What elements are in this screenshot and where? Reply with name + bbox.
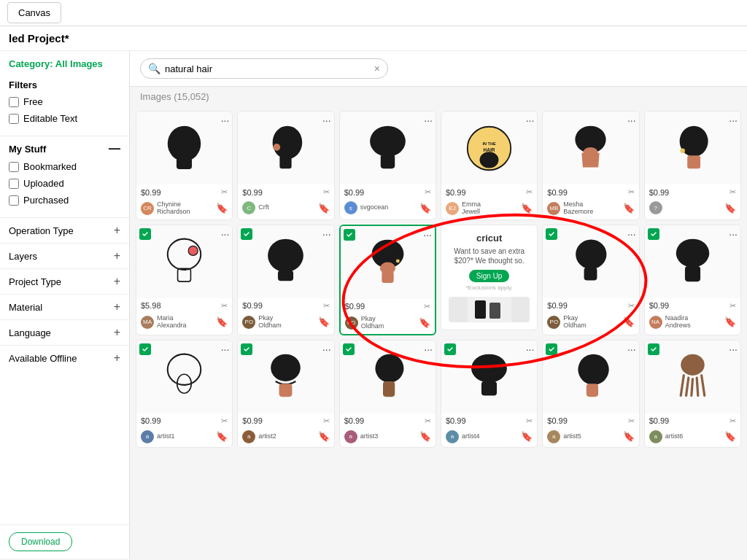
image-card[interactable]: ··· $0.99 ✂ MB MeshaBazemore 🔖 [542, 111, 639, 220]
image-card[interactable]: ··· $0.99 ✂ CR ChynineRichardson 🔖 [136, 111, 233, 220]
card-menu-dots[interactable]: ··· [627, 114, 636, 126]
bookmark-icon[interactable]: 🔖 [419, 431, 431, 442]
search-clear-button[interactable]: × [374, 63, 380, 74]
image-card[interactable]: ··· $5.98 ✂ MA MariaAlexandra 🔖 [136, 225, 233, 335]
card-menu-dots[interactable]: ··· [526, 343, 535, 355]
card-menu-dots[interactable]: ··· [221, 228, 230, 240]
image-card[interactable]: ··· $0.99 ✂ a artist4 🔖 [441, 340, 538, 448]
bookmark-icon[interactable]: 🔖 [724, 203, 736, 214]
bookmark-icon[interactable]: 🔖 [724, 316, 736, 327]
mystuff-collapse-icon[interactable]: — [109, 142, 120, 155]
purchased-checkbox[interactable] [9, 195, 19, 206]
image-card[interactable]: ··· $0.99 ✂ PO PkayOldham 🔖 [339, 225, 436, 335]
material-row[interactable]: Material + [0, 294, 129, 319]
card-author: s svgocean [344, 201, 389, 214]
operation-type-row[interactable]: Operation Type + [0, 217, 129, 243]
bookmark-icon[interactable]: 🔖 [521, 203, 533, 214]
bookmark-icon[interactable]: 🔖 [318, 316, 330, 327]
card-menu-dots[interactable]: ··· [627, 228, 636, 240]
canvas-tab[interactable]: Canvas [7, 2, 61, 23]
card-menu-dots[interactable]: ··· [423, 229, 432, 241]
editable-text-checkbox[interactable] [9, 114, 19, 124]
image-card[interactable]: ··· $0.99 ✂ a artist3 🔖 [339, 340, 436, 448]
language-expand-icon: + [114, 326, 120, 339]
image-card[interactable]: ··· $0.99 ✂ a artist2 🔖 [237, 340, 334, 448]
card-art [362, 351, 413, 402]
scissors-icon: ✂ [729, 187, 736, 197]
image-card[interactable]: ··· $0.99 ✂ PO PkayOldham 🔖 [237, 225, 334, 335]
card-author-row: s svgocean 🔖 [340, 200, 436, 218]
card-menu-dots[interactable]: ··· [627, 343, 636, 355]
filter-uploaded[interactable]: Uploaded [9, 178, 120, 189]
material-expand-icon: + [114, 300, 120, 314]
image-card[interactable]: ··· $0.99 ✂ s svgocean 🔖 [339, 111, 436, 220]
results-count: (15,052) [174, 91, 209, 102]
filter-bookmarked[interactable]: Bookmarked [9, 161, 120, 172]
scissors-icon: ✂ [221, 416, 228, 426]
card-author: MB MeshaBazemore [547, 201, 593, 216]
search-input[interactable] [165, 63, 374, 74]
filter-editable-text[interactable]: Editable Text [9, 113, 120, 124]
image-card[interactable]: ··· $0.99 ✂ a artist6 🔖 [644, 340, 741, 448]
card-menu-dots[interactable]: ··· [729, 114, 738, 126]
ad-signup-button[interactable]: Sign Up [469, 270, 510, 282]
card-price-row: $0.99 ✂ [136, 413, 232, 429]
card-art [362, 122, 413, 174]
image-card[interactable]: ··· $0.99 ✂ NA NaadiraAndrews 🔖 [644, 225, 741, 335]
bookmark-icon[interactable]: 🔖 [521, 431, 533, 442]
bookmark-icon[interactable]: 🔖 [318, 431, 330, 442]
language-row[interactable]: Language + [0, 319, 129, 345]
project-type-row[interactable]: Project Type + [0, 268, 129, 294]
scissors-icon: ✂ [526, 416, 533, 426]
card-menu-dots[interactable]: ··· [221, 343, 230, 355]
uploaded-checkbox[interactable] [9, 179, 19, 189]
card-art [565, 122, 616, 174]
bookmark-icon[interactable]: 🔖 [216, 431, 228, 442]
bookmark-icon[interactable]: 🔖 [419, 203, 431, 214]
card-menu-dots[interactable]: ··· [424, 114, 433, 126]
card-menu-dots[interactable]: ··· [424, 343, 433, 355]
mystuff-header: My Stuff — [9, 142, 120, 155]
filter-free[interactable]: Free [9, 96, 120, 107]
card-menu-dots[interactable]: ··· [221, 114, 230, 126]
bookmark-icon[interactable]: 🔖 [318, 203, 330, 214]
filter-purchased[interactable]: Purchased [9, 195, 120, 206]
bookmark-icon[interactable]: 🔖 [419, 317, 430, 328]
card-menu-dots[interactable]: ··· [729, 228, 738, 240]
free-checkbox[interactable] [9, 97, 19, 107]
image-card[interactable]: ··· $0.99 ✂ PO PkayOldham 🔖 [542, 225, 639, 335]
card-image-area: ··· [136, 341, 232, 413]
ad-card[interactable]: cricut Want to save an extra $20?* We th… [441, 225, 538, 330]
image-card[interactable]: ··· $0.99 ✂ a artist1 🔖 [136, 340, 233, 448]
image-card[interactable]: ··· $0.99 ✂ a artist5 🔖 [542, 340, 639, 448]
image-card[interactable]: ··· $0.99 ✂ ? 🔖 [644, 111, 741, 220]
card-menu-dots[interactable]: ··· [322, 343, 331, 355]
svg-point-35 [271, 354, 301, 381]
bookmark-icon[interactable]: 🔖 [216, 203, 228, 214]
bookmarked-checkbox[interactable] [9, 162, 19, 172]
bookmark-icon[interactable]: 🔖 [724, 431, 736, 442]
card-price-row: $0.99 ✂ [238, 298, 333, 314]
author-name: MariaAlexandra [157, 315, 187, 330]
operation-type-label: Operation Type [9, 225, 74, 236]
download-button[interactable]: Download [9, 532, 72, 551]
available-offline-row[interactable]: Available Offline + [0, 345, 129, 370]
card-price: $0.99 [141, 188, 161, 197]
bookmark-icon[interactable]: 🔖 [623, 316, 635, 327]
card-menu-dots[interactable]: ··· [526, 114, 535, 126]
image-card[interactable]: ··· IN THEHAIR $0.99 ✂ EJ EmmaJewell 🔖 [441, 111, 538, 220]
layers-row[interactable]: Layers + [0, 243, 129, 268]
bookmark-icon[interactable]: 🔖 [623, 203, 635, 214]
search-input-wrap: 🔍 × [140, 58, 388, 79]
card-menu-dots[interactable]: ··· [729, 343, 738, 355]
scissors-icon: ✂ [526, 187, 533, 197]
card-author: C Crft [242, 201, 269, 214]
card-art [565, 351, 616, 402]
bookmark-icon[interactable]: 🔖 [623, 431, 635, 442]
card-menu-dots[interactable]: ··· [322, 228, 331, 240]
author-name: artist5 [563, 433, 581, 440]
svg-rect-27 [489, 303, 500, 319]
card-menu-dots[interactable]: ··· [322, 114, 331, 126]
bookmark-icon[interactable]: 🔖 [216, 316, 228, 327]
image-card[interactable]: ··· $0.99 ✂ C Crft 🔖 [237, 111, 334, 220]
